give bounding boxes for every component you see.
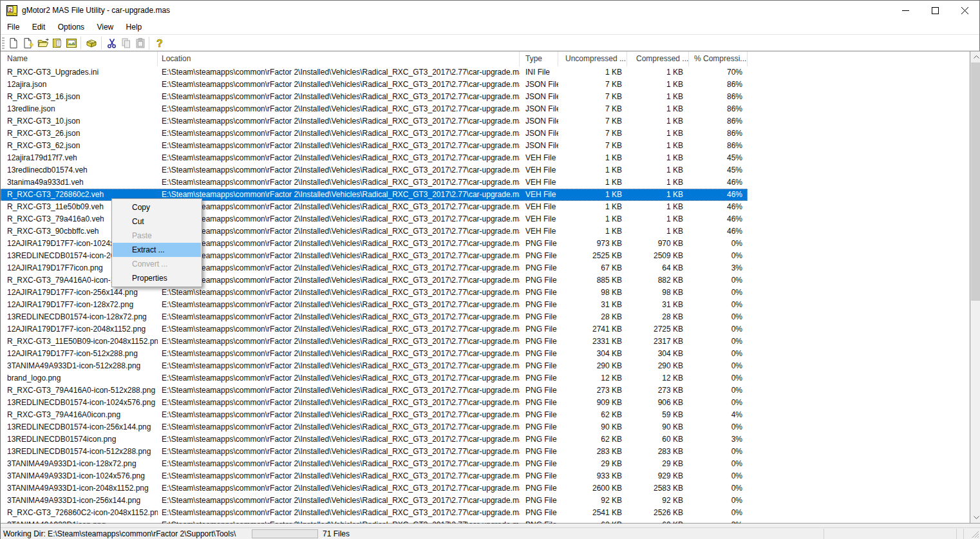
- cell-uncompressed: 304 KB: [558, 348, 627, 360]
- cell-location: E:\Steam\steamapps\common\rFactor 2\Inst…: [158, 115, 520, 128]
- cell-type: PNG File: [520, 409, 558, 421]
- cell-type: PNG File: [520, 360, 558, 372]
- cell-name: R_RXC-GT3_16.json: [1, 91, 158, 103]
- cell-name: 12ajira.json: [1, 79, 158, 91]
- table-row[interactable]: 3tanima49a933d1.vehE:\Steam\steamapps\co…: [1, 176, 748, 189]
- table-row[interactable]: R_RXC-GT3_726860C2-icon-2048x1152.pngE:\…: [1, 507, 748, 519]
- mas-image-button[interactable]: [64, 37, 78, 50]
- cell-pct: 0%: [689, 360, 748, 372]
- table-row[interactable]: 3TANIMA49A933D1-icon-128x72.pngE:\Steam\…: [1, 458, 748, 470]
- table-row[interactable]: 3TANIMA49A933D1-icon-2048x1152.pngE:\Ste…: [1, 482, 748, 495]
- context-menu-item-extract[interactable]: Extract ...: [113, 243, 201, 257]
- cell-uncompressed: 2525 KB: [558, 250, 627, 262]
- new-file-button[interactable]: [6, 37, 20, 50]
- cell-location: E:\Steam\steamapps\common\rFactor 2\Inst…: [158, 421, 520, 433]
- cell-compressed: 31 KB: [627, 299, 689, 311]
- table-row[interactable]: 12AJIRA179D17F7-icon-512x288.pngE:\Steam…: [1, 348, 748, 360]
- vertical-scrollbar[interactable]: [970, 52, 980, 523]
- cell-uncompressed: 62 KB: [558, 433, 627, 446]
- cell-location: E:\Steam\steamapps\common\rFactor 2\Inst…: [158, 433, 520, 446]
- column-header-compressi[interactable]: % Compressi...: [689, 52, 748, 66]
- context-menu-item-properties[interactable]: Properties: [113, 271, 201, 285]
- table-row[interactable]: R_RXC-GT3_62.jsonE:\Steam\steamapps\comm…: [1, 140, 748, 152]
- table-row[interactable]: R_RXC-GT3_79A416A0icon.pngE:\Steam\steam…: [1, 409, 748, 421]
- table-row[interactable]: R_RXC-GT3_79A416A0-icon-512x288.pngE:\St…: [1, 384, 748, 397]
- table-row[interactable]: 12AJIRA179D17F7-icon-2048x1152.pngE:\Ste…: [1, 323, 748, 336]
- menu-file[interactable]: File: [2, 21, 24, 34]
- column-header-name[interactable]: Name: [1, 52, 158, 66]
- mas-book-button[interactable]: [50, 37, 64, 50]
- resize-grip-icon[interactable]: [972, 531, 979, 538]
- cell-location: E:\Steam\steamapps\common\rFactor 2\Inst…: [158, 446, 520, 458]
- table-row[interactable]: 12AJIRA179D17F7-icon-128x72.pngE:\Steam\…: [1, 299, 748, 311]
- table-row[interactable]: 12ajira.jsonE:\Steam\steamapps\common\rF…: [1, 79, 748, 91]
- cell-location: E:\Steam\steamapps\common\rFactor 2\Inst…: [158, 91, 520, 103]
- table-row[interactable]: 13REDLINECDB01574-icon-512x288.pngE:\Ste…: [1, 446, 748, 458]
- toolbar-grip[interactable]: [2, 37, 5, 49]
- copy-icon: [120, 37, 132, 49]
- cell-name: 3TANIMA49A933D1-icon-2048x1152.png: [1, 482, 158, 495]
- minimize-button[interactable]: [890, 1, 920, 21]
- table-row[interactable]: R_RXC-GT3_16.jsonE:\Steam\steamapps\comm…: [1, 91, 748, 103]
- column-header-type[interactable]: Type: [520, 52, 558, 66]
- column-header-compressed[interactable]: Compressed ...: [627, 52, 689, 66]
- cell-pct: 3%: [689, 433, 748, 446]
- cell-name: 12AJIRA179D17F7-icon-256x144.png: [1, 287, 158, 299]
- cell-type: PNG File: [520, 348, 558, 360]
- table-row[interactable]: R_RXC-GT3_26.jsonE:\Steam\steamapps\comm…: [1, 128, 748, 140]
- cell-compressed: 90 KB: [627, 421, 689, 433]
- menu-help[interactable]: Help: [121, 21, 147, 34]
- table-row[interactable]: 3TANIMA49A933D1-icon-256x144.pngE:\Steam…: [1, 495, 748, 507]
- maximize-button[interactable]: [920, 1, 950, 21]
- menu-view[interactable]: View: [91, 21, 118, 34]
- cell-location: E:\Steam\steamapps\common\rFactor 2\Inst…: [158, 201, 520, 213]
- column-header-uncompressed[interactable]: Uncompressed ...: [558, 52, 627, 66]
- menu-edit[interactable]: Edit: [27, 21, 51, 34]
- context-menu-item-paste[interactable]: Paste: [113, 229, 201, 243]
- cell-location: E:\Steam\steamapps\common\rFactor 2\Inst…: [158, 409, 520, 421]
- table-row[interactable]: 13REDLINECDB01574-icon-128x72.pngE:\Stea…: [1, 311, 748, 323]
- extract-button[interactable]: [84, 37, 98, 50]
- column-header-location[interactable]: Location: [158, 52, 520, 66]
- cell-pct: 0%: [689, 274, 748, 287]
- cell-type: PNG File: [520, 238, 558, 250]
- cell-type: VEH File: [520, 164, 558, 176]
- svg-text:2: 2: [9, 7, 12, 13]
- cell-pct: 0%: [689, 299, 748, 311]
- scroll-down-arrow-icon[interactable]: [971, 512, 980, 523]
- cell-pct: 86%: [689, 140, 748, 152]
- cell-name: 13REDLINECDB01574icon.png: [1, 433, 158, 446]
- help-button[interactable]: ?: [153, 37, 166, 50]
- context-menu-item-cut[interactable]: Cut: [113, 214, 201, 229]
- table-row[interactable]: 3TANIMA49A933D1-icon-512x288.pngE:\Steam…: [1, 360, 748, 372]
- cut-button[interactable]: [105, 37, 118, 50]
- table-row[interactable]: brand_logo.pngE:\Steam\steamapps\common\…: [1, 372, 748, 384]
- table-row[interactable]: 3TANIMA49A933D1-icon-1024x576.pngE:\Stea…: [1, 470, 748, 482]
- copy-button[interactable]: [119, 37, 133, 50]
- cell-location: E:\Steam\steamapps\common\rFactor 2\Inst…: [158, 336, 520, 348]
- table-row[interactable]: 12AJIRA179D17F7-icon-256x144.pngE:\Steam…: [1, 287, 748, 299]
- context-menu-item-copy[interactable]: Copy: [113, 200, 201, 214]
- new-file-plus-button[interactable]: [21, 37, 35, 50]
- table-row[interactable]: 13REDLINECDB01574-icon-256x144.pngE:\Ste…: [1, 421, 748, 433]
- scrollbar-thumb[interactable]: [971, 62, 980, 301]
- title-bar[interactable]: 2 gMotor2 MAS File Utility - car-upgrade…: [1, 1, 979, 21]
- scroll-up-arrow-icon[interactable]: [971, 52, 980, 62]
- cell-type: VEH File: [520, 225, 558, 238]
- table-row[interactable]: 13REDLINECDB01574-icon-1024x576.pngE:\St…: [1, 397, 748, 409]
- table-row[interactable]: 13redline.jsonE:\Steam\steamapps\common\…: [1, 103, 748, 115]
- paste-button[interactable]: [133, 37, 147, 50]
- menu-options[interactable]: Options: [53, 21, 90, 34]
- table-row[interactable]: R_RXC-GT3_11E50B09-icon-2048x1152.pngE:\…: [1, 336, 748, 348]
- open-file-button[interactable]: [36, 37, 50, 50]
- cell-type: PNG File: [520, 372, 558, 384]
- context-menu-item-convert[interactable]: Convert ...: [113, 257, 201, 271]
- cell-compressed: 882 KB: [627, 274, 689, 287]
- cell-pct: 86%: [689, 79, 748, 91]
- table-row[interactable]: 13REDLINECDB01574icon.pngE:\Steam\steama…: [1, 433, 748, 446]
- table-row[interactable]: R_RXC-GT3_Upgrades.iniE:\Steam\steamapps…: [1, 66, 748, 79]
- table-row[interactable]: R_RXC-GT3_10.jsonE:\Steam\steamapps\comm…: [1, 115, 748, 128]
- table-row[interactable]: 12ajira179d17f7.vehE:\Steam\steamapps\co…: [1, 152, 748, 164]
- table-row[interactable]: 13redlinecdb01574.vehE:\Steam\steamapps\…: [1, 164, 748, 176]
- close-button[interactable]: [950, 1, 979, 21]
